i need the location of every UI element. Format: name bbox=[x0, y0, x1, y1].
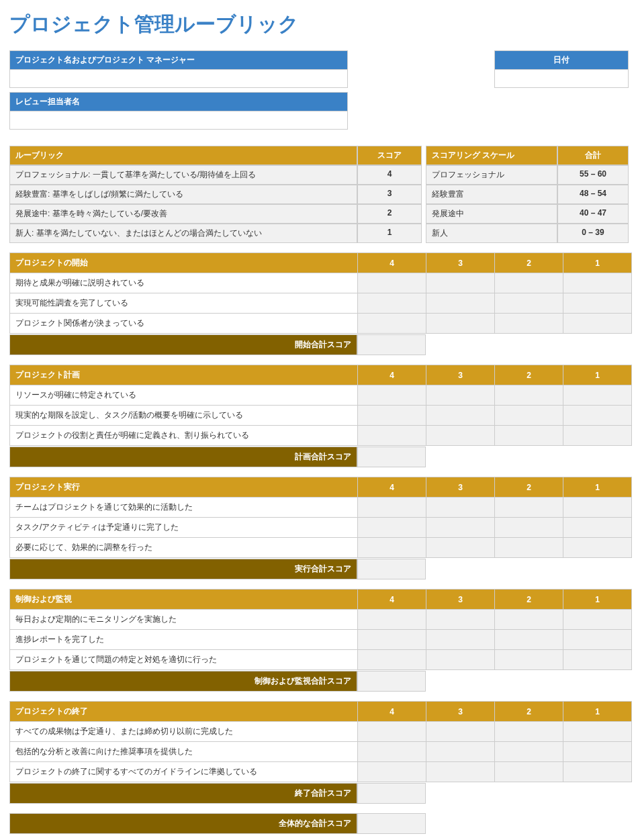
score-cell[interactable] bbox=[426, 406, 495, 426]
score-cell[interactable] bbox=[426, 293, 495, 314]
overall-row: 全体的な合計スコア bbox=[9, 813, 629, 834]
rubric-desc: 新人: 基準を満たしていない、またはほとんどの場合満たしていない bbox=[9, 224, 357, 243]
score-cell[interactable] bbox=[495, 742, 563, 762]
score-cell[interactable] bbox=[495, 610, 563, 630]
score-cell[interactable] bbox=[563, 385, 632, 406]
score-cell[interactable] bbox=[563, 406, 632, 426]
section-block: 制御および監視4321毎日および定期的にモニタリングを実施した進捗レポートを完了… bbox=[9, 589, 629, 692]
score-cell[interactable] bbox=[426, 650, 495, 670]
rubric-total-header: 合計 bbox=[557, 146, 629, 165]
score-cell[interactable] bbox=[495, 314, 563, 334]
score-cell[interactable] bbox=[563, 650, 632, 670]
score-cell[interactable] bbox=[358, 385, 426, 406]
subtotal-value[interactable] bbox=[357, 559, 426, 579]
subtotal-value[interactable] bbox=[357, 334, 426, 355]
score-cell[interactable] bbox=[495, 385, 563, 406]
score-column-header: 3 bbox=[426, 477, 495, 498]
section-table: プロジェクトの終了4321すべての成果物は予定通り、または締め切り以前に完成した… bbox=[9, 701, 632, 782]
score-cell[interactable] bbox=[358, 293, 426, 314]
score-cell[interactable] bbox=[495, 722, 563, 742]
score-cell[interactable] bbox=[563, 762, 632, 782]
score-cell[interactable] bbox=[358, 498, 426, 518]
score-cell[interactable] bbox=[358, 314, 426, 334]
score-cell[interactable] bbox=[563, 498, 632, 518]
score-cell[interactable] bbox=[426, 385, 495, 406]
score-cell[interactable] bbox=[426, 610, 495, 630]
score-cell[interactable] bbox=[426, 742, 495, 762]
criteria-desc: 包括的な分析と改善に向けた推奨事項を提供した bbox=[10, 742, 358, 762]
subtotal-label: 実行合計スコア bbox=[9, 559, 357, 579]
score-cell[interactable] bbox=[495, 406, 563, 426]
score-cell[interactable] bbox=[495, 426, 563, 446]
score-cell[interactable] bbox=[495, 762, 563, 782]
score-cell[interactable] bbox=[358, 426, 426, 446]
criteria-desc: プロジェクト関係者が決まっている bbox=[10, 314, 358, 334]
score-cell[interactable] bbox=[563, 630, 632, 650]
overall-value[interactable] bbox=[357, 813, 426, 834]
section-block: プロジェクトの開始4321期待と成果が明確に説明されている実現可能性調査を完了し… bbox=[9, 252, 629, 355]
rubric-table: ルーブリックスコアスコアリング スケール合計プロフェッショナル: 一貫して基準を… bbox=[9, 146, 629, 243]
section-title: プロジェクトの終了 bbox=[10, 702, 358, 722]
score-cell[interactable] bbox=[563, 293, 632, 314]
score-cell[interactable] bbox=[563, 426, 632, 446]
score-column-header: 4 bbox=[358, 702, 426, 722]
score-cell[interactable] bbox=[563, 273, 632, 293]
reviewer-input[interactable] bbox=[9, 111, 348, 130]
score-cell[interactable] bbox=[358, 273, 426, 293]
score-cell[interactable] bbox=[426, 498, 495, 518]
score-column-header: 2 bbox=[495, 702, 563, 722]
score-cell[interactable] bbox=[426, 630, 495, 650]
score-cell[interactable] bbox=[358, 650, 426, 670]
project-name-input[interactable] bbox=[9, 69, 348, 88]
subtotal-value[interactable] bbox=[357, 447, 426, 467]
rubric-scale-label: プロフェッショナル bbox=[426, 165, 557, 185]
subtotal-value[interactable] bbox=[357, 671, 426, 692]
rubric-desc: プロフェッショナル: 一貫して基準を満たしている/期待値を上回る bbox=[9, 165, 357, 185]
score-cell[interactable] bbox=[563, 722, 632, 742]
score-cell[interactable] bbox=[495, 518, 563, 538]
score-cell[interactable] bbox=[426, 538, 495, 558]
score-cell[interactable] bbox=[358, 722, 426, 742]
score-cell[interactable] bbox=[426, 314, 495, 334]
score-cell[interactable] bbox=[563, 538, 632, 558]
date-input[interactable] bbox=[494, 69, 629, 88]
score-cell[interactable] bbox=[563, 518, 632, 538]
score-cell[interactable] bbox=[358, 538, 426, 558]
criteria-desc: タスク/アクティビティは予定通りに完了した bbox=[10, 518, 358, 538]
score-cell[interactable] bbox=[426, 518, 495, 538]
score-cell[interactable] bbox=[358, 762, 426, 782]
criteria-desc: プロジェクトを通じて問題の特定と対処を適切に行った bbox=[10, 650, 358, 670]
score-cell[interactable] bbox=[495, 630, 563, 650]
score-cell[interactable] bbox=[358, 406, 426, 426]
section-title: プロジェクト実行 bbox=[10, 477, 358, 498]
section-block: プロジェクトの終了4321すべての成果物は予定通り、または締め切り以前に完成した… bbox=[9, 701, 629, 804]
score-cell[interactable] bbox=[563, 742, 632, 762]
score-cell[interactable] bbox=[495, 538, 563, 558]
criteria-desc: チームはプロジェクトを通じて効果的に活動した bbox=[10, 498, 358, 518]
info-area: プロジェクト名およびプロジェクト マネージャー レビュー担当者名 日付 bbox=[9, 50, 629, 134]
score-cell[interactable] bbox=[495, 498, 563, 518]
score-cell[interactable] bbox=[358, 742, 426, 762]
rubric-score-header: スコア bbox=[357, 146, 422, 165]
score-cell[interactable] bbox=[358, 518, 426, 538]
score-cell[interactable] bbox=[426, 426, 495, 446]
score-cell[interactable] bbox=[426, 762, 495, 782]
score-cell[interactable] bbox=[358, 630, 426, 650]
rubric-scale-label: 発展途中 bbox=[426, 204, 557, 224]
score-column-header: 4 bbox=[358, 590, 426, 610]
score-cell[interactable] bbox=[495, 293, 563, 314]
score-cell[interactable] bbox=[563, 314, 632, 334]
rubric-range: 48 – 54 bbox=[557, 185, 629, 204]
score-cell[interactable] bbox=[495, 273, 563, 293]
score-cell[interactable] bbox=[358, 610, 426, 630]
score-cell[interactable] bbox=[426, 273, 495, 293]
rubric-score: 3 bbox=[357, 185, 422, 204]
score-cell[interactable] bbox=[563, 610, 632, 630]
score-column-header: 4 bbox=[358, 253, 426, 273]
sections-container: プロジェクトの開始4321期待と成果が明確に説明されている実現可能性調査を完了し… bbox=[9, 252, 629, 804]
rubric-score: 1 bbox=[357, 224, 422, 243]
rubric-scale-header: スコアリング スケール bbox=[426, 146, 557, 165]
score-cell[interactable] bbox=[426, 722, 495, 742]
score-cell[interactable] bbox=[495, 650, 563, 670]
subtotal-value[interactable] bbox=[357, 783, 426, 804]
